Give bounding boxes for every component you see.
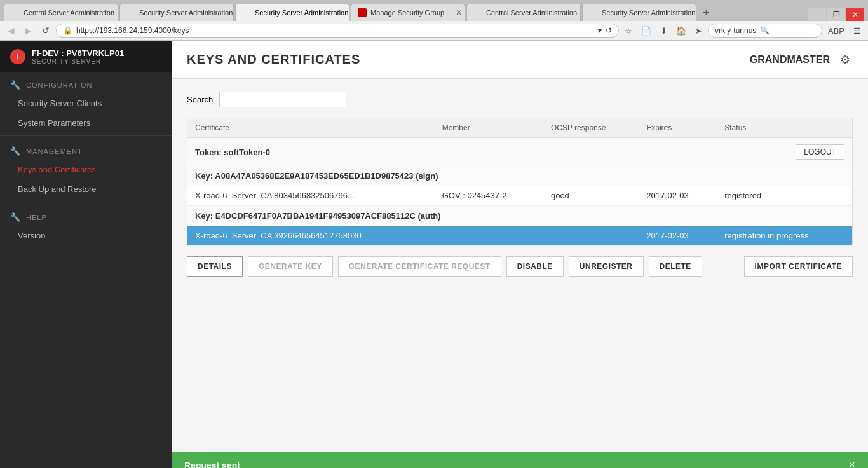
table-row-cert-2[interactable]: X-road-6_Server_CA 3926646564512758030 2…: [187, 226, 853, 246]
token-label: Token: softToken-0: [187, 138, 717, 167]
help-section: 🔧 HELP: [0, 205, 172, 226]
tab-1[interactable]: Central Server Administration ✕: [4, 4, 118, 21]
address-text[interactable]: https://193.166.24.159:4000/keys: [76, 26, 594, 35]
tab-6[interactable]: Security Server Administration ✕: [582, 4, 696, 21]
import-certificate-button[interactable]: IMPORT CERTIFICATE: [744, 256, 853, 277]
cert-1-ocsp: good: [543, 186, 639, 206]
sidebar-item-security-server-clients[interactable]: Security Server Clients: [0, 93, 172, 113]
tab-4[interactable]: Manage Security Group ... ✕: [351, 4, 465, 21]
col-member: Member: [435, 118, 543, 138]
cert-2-certificate: X-road-6_Server_CA 3926646564512758030: [187, 226, 435, 246]
app-container: i FI-DEV : PV6TVRKLP01 SECURITY SERVER 🔧…: [0, 41, 868, 468]
server-name: FI-DEV : PV6TVRKLP01: [32, 48, 124, 58]
search-bar[interactable]: vrk y-tunnus 🔍: [708, 24, 822, 38]
col-status: Status: [717, 118, 852, 138]
col-certificate: Certificate: [187, 118, 435, 138]
logout-cell: LOGOUT: [717, 138, 852, 167]
tab-2[interactable]: Security Server Administration ✕: [119, 4, 234, 21]
management-label: MANAGEMENT: [26, 148, 83, 155]
window-controls: — ❐ ✕: [808, 8, 864, 21]
col-ocsp: OCSP response: [543, 118, 639, 138]
sidebar-item-version[interactable]: Version: [0, 226, 172, 245]
col-expires: Expires: [639, 118, 717, 138]
settings-button[interactable]: ⚙: [837, 50, 853, 69]
tab-4-close[interactable]: ✕: [456, 8, 462, 17]
sidebar-item-back-up-and-restore[interactable]: Back Up and Restore: [0, 179, 172, 199]
main-header: KEYS AND CERTIFICATES GRANDMASTER ⚙: [172, 41, 868, 79]
restore-button[interactable]: ❐: [827, 8, 845, 21]
search-value: vrk y-tunnus: [715, 26, 756, 35]
cert-1-certificate: X-road-6_Server_CA 8034566832506796...: [187, 186, 435, 206]
search-input[interactable]: [219, 92, 346, 107]
tab-5[interactable]: Central Server Administration ✕: [466, 4, 581, 21]
close-button[interactable]: ✕: [846, 8, 864, 21]
key-row-1: Key: A08A47A05368E2E9A187453ED65ED1B1D98…: [187, 166, 853, 186]
configuration-section: 🔧 CONFIGURATION: [0, 72, 172, 93]
tab-3-label: Security Server Administration: [255, 9, 348, 17]
bookmark-star-button[interactable]: ☆: [621, 24, 635, 38]
search-icon[interactable]: 🔍: [760, 26, 770, 35]
key-row-1-label: Key: A08A47A05368E2E9A187453ED65ED1B1D98…: [187, 166, 853, 186]
tab-3-favicon: [242, 8, 251, 17]
cert-1-expires: 2017-02-03: [639, 186, 717, 206]
address-dropdown-icon[interactable]: ▾: [598, 26, 602, 35]
new-tab-button[interactable]: +: [698, 5, 715, 21]
delete-button[interactable]: DELETE: [649, 256, 702, 277]
generate-cert-request-button[interactable]: GENERATE CERTIFICATE REQUEST: [338, 256, 501, 277]
cert-2-member: [435, 226, 543, 246]
tab-1-favicon: [11, 8, 20, 17]
right-nav-icons: ABP ☰: [825, 24, 864, 38]
forward-button[interactable]: ▶: [21, 24, 36, 38]
logout-button[interactable]: LOGOUT: [796, 144, 844, 160]
page-title: KEYS AND CERTIFICATES: [187, 52, 360, 67]
header-right: GRANDMASTER ⚙: [750, 50, 853, 69]
tab-4-favicon: [358, 8, 367, 17]
sidebar: i FI-DEV : PV6TVRKLP01 SECURITY SERVER 🔧…: [0, 41, 172, 468]
extension-button[interactable]: ABP: [825, 24, 848, 38]
key-row-2-label: Key: E4DCDF6471F0A7BBA1941F94953097ACF88…: [187, 206, 853, 226]
tab-2-favicon: [126, 8, 135, 17]
notification-message: Request sent: [184, 460, 240, 469]
back-button[interactable]: ◀: [4, 24, 18, 38]
tab-3[interactable]: Security Server Administration ✕: [235, 4, 349, 21]
notification-bar: Request sent ×: [172, 452, 868, 468]
send-button[interactable]: ➤: [692, 24, 705, 38]
table-row-cert-1[interactable]: X-road-6_Server_CA 8034566832506796... G…: [187, 186, 853, 206]
search-row: Search: [187, 92, 853, 107]
download-button[interactable]: ⬇: [657, 24, 670, 38]
help-label: HELP: [26, 214, 47, 221]
sidebar-item-keys-and-certificates[interactable]: Keys and Certificates: [0, 160, 172, 179]
sidebar-item-version-label: Version: [18, 231, 45, 240]
content-area: Search Certificate Member OCSP response …: [172, 79, 868, 452]
configuration-icon: 🔧: [10, 80, 21, 90]
help-icon: 🔧: [10, 212, 21, 222]
sidebar-item-system-parameters[interactable]: System Parameters: [0, 113, 172, 133]
bookmark-page-button[interactable]: 📄: [638, 24, 654, 38]
nav-icons: ☆ 📄 ⬇ 🏠 ➤: [621, 24, 705, 38]
tab-5-label: Central Server Administration: [486, 9, 577, 17]
generate-key-button[interactable]: GENERATE KEY: [248, 256, 333, 277]
notification-close-button[interactable]: ×: [848, 458, 855, 468]
sidebar-header-text: FI-DEV : PV6TVRKLP01 SECURITY SERVER: [32, 48, 124, 65]
key-row-2: Key: E4DCDF6471F0A7BBA1941F94953097ACF88…: [187, 206, 853, 226]
reload-button[interactable]: ↺: [38, 24, 53, 38]
sidebar-item-keys-and-certificates-label: Keys and Certificates: [18, 165, 96, 174]
certificates-table: Certificate Member OCSP response Expires…: [187, 118, 853, 246]
menu-button[interactable]: ☰: [850, 24, 864, 38]
tab-1-label: Central Server Administration: [24, 9, 114, 17]
search-label: Search: [187, 95, 213, 104]
sidebar-header: i FI-DEV : PV6TVRKLP01 SECURITY SERVER: [0, 41, 172, 72]
unregister-button[interactable]: UNREGISTER: [569, 256, 644, 277]
address-bar[interactable]: 🔒 https://193.166.24.159:4000/keys ▾ ↺: [56, 24, 619, 38]
refresh-icon[interactable]: ↺: [606, 26, 612, 35]
minimize-button[interactable]: —: [808, 8, 826, 21]
details-button[interactable]: DETAILS: [187, 256, 243, 277]
home-button[interactable]: 🏠: [673, 24, 689, 38]
configuration-label: CONFIGURATION: [26, 81, 92, 89]
disable-button[interactable]: DISABLE: [506, 256, 564, 277]
sidebar-item-security-server-clients-label: Security Server Clients: [18, 99, 102, 108]
lock-icon: 🔒: [63, 26, 72, 35]
cert-2-expires: 2017-02-03: [639, 226, 717, 246]
sidebar-item-system-parameters-label: System Parameters: [18, 118, 90, 128]
action-bar: DETAILS GENERATE KEY GENERATE CERTIFICAT…: [187, 246, 853, 277]
